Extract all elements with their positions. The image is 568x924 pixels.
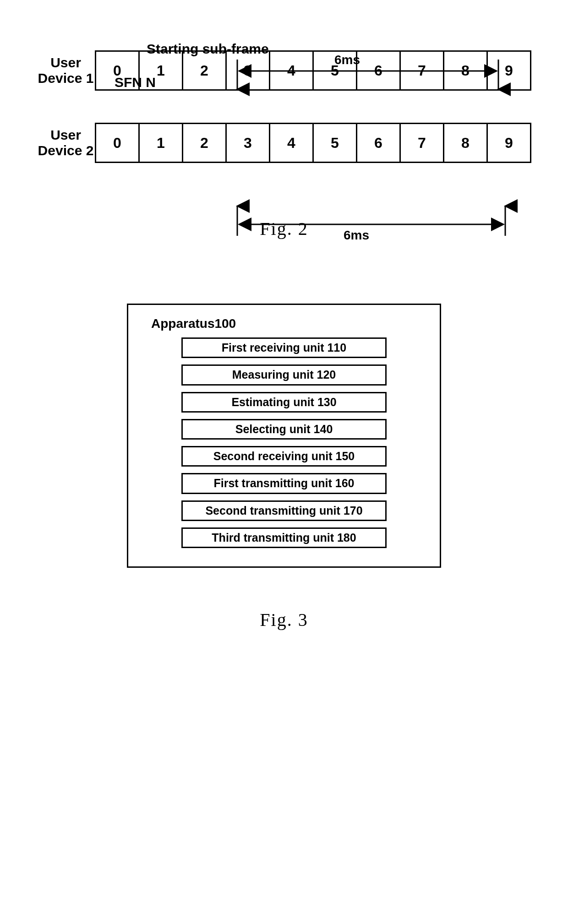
- subframe-cell: 4: [270, 52, 314, 89]
- duration-label-top: 6ms: [334, 53, 360, 67]
- figure-2-container: Starting sub-frame SFN N 6ms User Device…: [37, 50, 531, 163]
- unit-box: Second receiving unit 150: [181, 446, 387, 467]
- unit-box: First receiving unit 110: [181, 337, 387, 358]
- figure-3-container: Apparatus100 First receiving unit 110 Me…: [9, 304, 559, 568]
- sfn-label: SFN N: [115, 75, 156, 90]
- subframe-cell: 2: [183, 124, 227, 162]
- subframe-cell: 9: [488, 124, 530, 162]
- starting-subframe-label: Starting sub-frame: [147, 41, 269, 57]
- subframe-cell: 7: [401, 124, 444, 162]
- subframe-cell: 3: [227, 124, 270, 162]
- frame-row-2: 0 1 2 3 4 5 6 7 8 9: [95, 123, 531, 163]
- subframe-cell: 7: [401, 52, 444, 89]
- apparatus-box: Apparatus100 First receiving unit 110 Me…: [127, 304, 441, 568]
- subframe-cell: 9: [488, 52, 530, 89]
- unit-box: Estimating unit 130: [181, 392, 387, 413]
- figure-2-caption: Fig. 2: [9, 218, 559, 239]
- unit-box: Third transmitting unit 180: [181, 527, 387, 548]
- device-1-label: User Device 1: [37, 55, 95, 87]
- subframe-cell: 8: [444, 124, 488, 162]
- unit-box: First transmitting unit 160: [181, 473, 387, 494]
- subframe-cell: 4: [270, 124, 314, 162]
- subframe-cell: 8: [444, 52, 488, 89]
- device-row-1: User Device 1 0 1 2 3 4 5 6 7 8 9: [37, 50, 531, 91]
- subframe-cell: 6: [357, 124, 401, 162]
- figure-3-caption: Fig. 3: [9, 609, 559, 630]
- unit-box: Second transmitting unit 170: [181, 500, 387, 521]
- duration-label-bottom: 6ms: [344, 228, 369, 243]
- subframe-cell: 5: [314, 124, 357, 162]
- device-row-2: User Device 2 0 1 2 3 4 5 6 7 8 9: [37, 123, 531, 163]
- device-2-label: User Device 2: [37, 127, 95, 159]
- subframe-cell: 2: [183, 52, 227, 89]
- subframe-cell: 6: [357, 52, 401, 89]
- subframe-cell: 3: [227, 52, 270, 89]
- apparatus-title: Apparatus100: [151, 316, 421, 331]
- subframe-cell: 1: [140, 124, 183, 162]
- unit-box: Selecting unit 140: [181, 419, 387, 440]
- unit-box: Measuring unit 120: [181, 364, 387, 385]
- subframe-cell: 0: [96, 124, 140, 162]
